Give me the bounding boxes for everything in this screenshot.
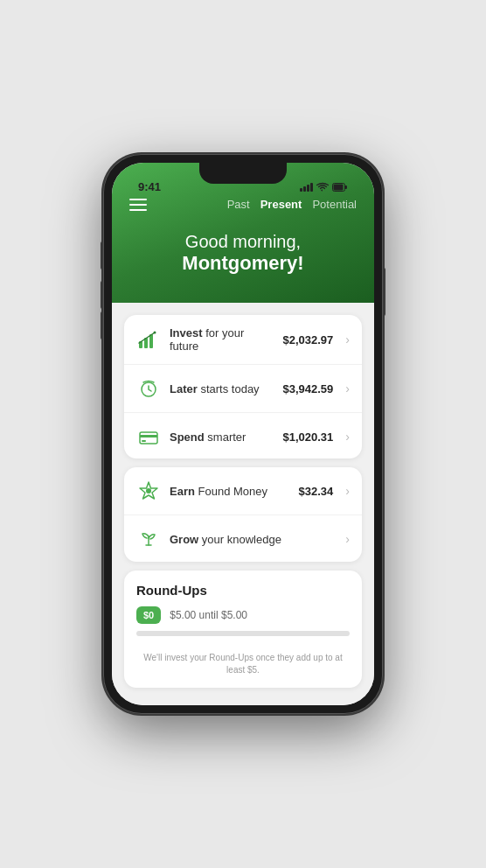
- greeting-line2: Montgomery!: [129, 252, 357, 275]
- invest-label: Invest for your future: [170, 326, 274, 353]
- invest-icon: [136, 327, 161, 352]
- spend-chevron: ›: [345, 430, 350, 444]
- status-time: 9:41: [138, 180, 161, 193]
- spend-row[interactable]: Spend smarter $1,020.31 ›: [124, 413, 362, 458]
- later-value: $3,942.59: [282, 382, 333, 396]
- greeting-line1: Good morning,: [129, 232, 357, 252]
- header: 9:41: [112, 163, 374, 303]
- accounts-card: Invest for your future $2,032.97 ›: [124, 315, 362, 458]
- svg-point-6: [154, 332, 156, 334]
- signal-icon: [300, 183, 313, 192]
- later-chevron: ›: [345, 382, 350, 396]
- spend-label: Spend smarter: [170, 430, 274, 444]
- later-row[interactable]: Later starts today $3,942.59 ›: [124, 365, 362, 413]
- roundup-until: $5.00 until $5.00: [170, 609, 247, 621]
- svg-rect-1: [345, 186, 348, 189]
- hamburger-line: [129, 199, 147, 200]
- tab-present[interactable]: Present: [260, 198, 302, 211]
- earn-row[interactable]: Earn Found Money $32.34 ›: [124, 467, 362, 515]
- hamburger-line: [129, 204, 147, 206]
- tab-past[interactable]: Past: [227, 198, 250, 211]
- earn-icon: [136, 479, 161, 503]
- status-icons: [300, 183, 348, 192]
- later-icon: [136, 376, 161, 401]
- phone-frame: 9:41: [103, 154, 383, 714]
- hamburger-line: [129, 209, 147, 211]
- roundup-bar-section: $0 $5.00 until $5.00: [124, 606, 362, 645]
- roundups-card: Round-Ups $0 $5.00 until $5.00 We'll inv…: [124, 570, 362, 688]
- progress-bar-background: [136, 631, 350, 636]
- earn-chevron: ›: [345, 484, 350, 498]
- greeting: Good morning, Montgomery!: [129, 232, 357, 275]
- grow-chevron: ›: [345, 532, 350, 546]
- tab-potential[interactable]: Potential: [312, 198, 357, 211]
- earn-value: $32.34: [299, 485, 334, 498]
- spend-value: $1,020.31: [282, 430, 333, 444]
- grow-icon: [136, 527, 161, 551]
- later-label: Later starts today: [170, 382, 274, 396]
- grow-label: Grow your knowledge: [170, 533, 324, 546]
- invest-row[interactable]: Invest for your future $2,032.97 ›: [124, 315, 362, 365]
- grow-row[interactable]: Grow your knowledge ›: [124, 515, 362, 562]
- invest-value: $2,032.97: [282, 333, 333, 346]
- svg-rect-8: [140, 432, 157, 444]
- invest-chevron: ›: [345, 332, 350, 346]
- svg-rect-10: [142, 440, 146, 442]
- roundups-title: Round-Ups: [124, 570, 362, 606]
- hamburger-menu[interactable]: [129, 199, 147, 211]
- roundup-note: We'll invest your Round-Ups once they ad…: [124, 645, 362, 688]
- phone-screen: 9:41: [112, 163, 374, 705]
- main-content: Invest for your future $2,032.97 ›: [112, 303, 374, 705]
- nav-bar: Past Present Potential: [129, 198, 357, 211]
- spend-icon: [136, 424, 161, 449]
- nav-tabs: Past Present Potential: [227, 198, 357, 211]
- roundup-badge: $0: [136, 606, 161, 624]
- svg-rect-9: [140, 435, 157, 438]
- earn-label: Earn Found Money: [170, 485, 290, 498]
- roundup-amount-row: $0 $5.00 until $5.00: [136, 606, 350, 624]
- battery-icon: [332, 183, 348, 192]
- notch: [199, 163, 287, 184]
- svg-rect-2: [334, 184, 344, 190]
- extras-card: Earn Found Money $32.34 ›: [124, 467, 362, 562]
- wifi-icon: [316, 183, 329, 192]
- svg-point-12: [146, 488, 151, 494]
